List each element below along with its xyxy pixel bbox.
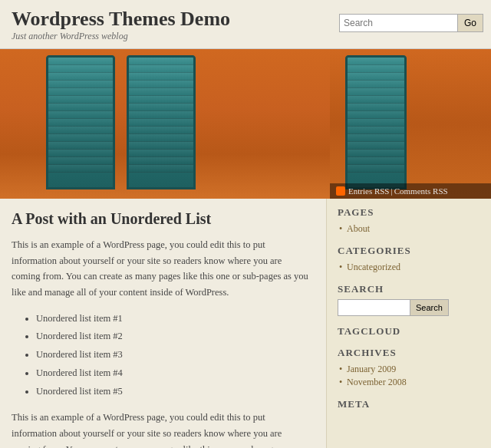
post-unordered-list: Unordered list item #1 Unordered list it… xyxy=(36,310,312,401)
sidebar-categories-title: Categories xyxy=(338,245,480,257)
sidebar-tagcloud-title: Tagcloud xyxy=(338,325,480,338)
list-item: Unordered list item #5 xyxy=(36,383,312,401)
sidebar-pages-section: Pages •About xyxy=(338,206,480,236)
entries-rss-link[interactable]: Entries RSS xyxy=(348,186,389,196)
sidebar: Pages •About Categories •Uncategorized S… xyxy=(326,199,491,448)
sidebar-meta-section: Meta xyxy=(338,398,480,410)
sidebar-search-input[interactable] xyxy=(338,299,410,316)
post-paragraph-1: This is an example of a WordPress page, … xyxy=(12,237,312,301)
sidebar-archives-title: Archives xyxy=(338,347,480,359)
sidebar-pages-title: Pages xyxy=(338,206,480,219)
post-paragraph-2: This is an example of a WordPress page, … xyxy=(12,410,312,448)
sidebar-item-about[interactable]: •About xyxy=(338,222,480,236)
header-search-form: Go xyxy=(339,14,483,32)
sidebar-meta-title: Meta xyxy=(338,398,480,410)
main-content: A Post with an Unordered List This is an… xyxy=(0,199,326,448)
sidebar-banner-image: Entries RSS | Comments RSS xyxy=(330,49,491,199)
sidebar-search-button[interactable]: Search xyxy=(410,299,449,316)
sidebar-item-jan2009[interactable]: •January 2009 xyxy=(338,363,480,376)
rss-icon xyxy=(336,186,345,196)
comments-rss-link[interactable]: Comments RSS xyxy=(394,186,448,196)
rss-separator: | xyxy=(390,186,392,196)
list-item: Unordered list item #3 xyxy=(36,346,312,364)
post-title: A Post with an Unordered List xyxy=(12,210,312,228)
sidebar-search-title: Search xyxy=(338,283,480,295)
sidebar-tagcloud-section: Tagcloud xyxy=(338,325,480,338)
sidebar-categories-section: Categories •Uncategorized xyxy=(338,245,480,274)
images-row: Entries RSS | Comments RSS xyxy=(0,49,491,199)
sidebar-search-section: Search Search xyxy=(338,283,480,316)
sidebar-archives-section: Archives •January 2009 •November 2008 xyxy=(338,347,480,389)
rss-bar: Entries RSS | Comments RSS xyxy=(330,183,491,199)
header-search-button[interactable]: Go xyxy=(458,14,483,32)
header-search-input[interactable] xyxy=(339,14,458,32)
sidebar-item-uncategorized[interactable]: •Uncategorized xyxy=(338,261,480,274)
list-item: Unordered list item #2 xyxy=(36,328,312,346)
main-banner-image xyxy=(0,49,330,199)
list-item: Unordered list item #1 xyxy=(36,310,312,328)
sidebar-item-nov2008[interactable]: •November 2008 xyxy=(338,376,480,389)
list-item: Unordered list item #4 xyxy=(36,364,312,383)
site-tagline: Just another WordPress weblog xyxy=(12,31,479,42)
